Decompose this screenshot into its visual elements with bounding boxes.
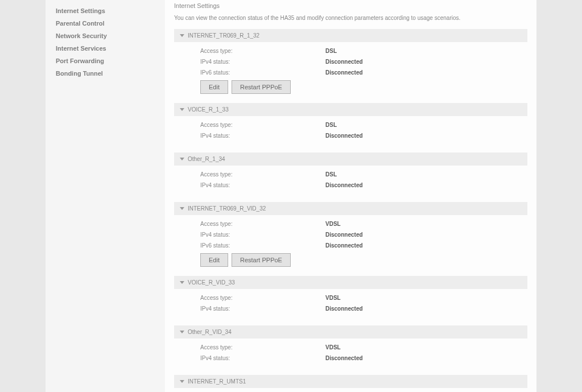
label-ipv4-status: IPv4 status: bbox=[200, 355, 325, 361]
connection-section: VOICE_R_1_33Access type:DSLIPv4 status:D… bbox=[174, 103, 527, 147]
chevron-down-icon bbox=[180, 34, 184, 37]
section-title: INTERNET_TR069_R_VID_32 bbox=[188, 205, 266, 212]
label-ipv4-status: IPv4 status: bbox=[200, 133, 325, 139]
main-content: Internet Settings You can view the conne… bbox=[165, 0, 536, 392]
section-title: INTERNET_TR069_R_1_32 bbox=[188, 32, 259, 39]
value-ipv6-status: Disconnected bbox=[325, 242, 363, 249]
row-ipv4-status: IPv4 status:Disconnected bbox=[200, 182, 522, 188]
value-ipv4-status: Disconnected bbox=[325, 182, 363, 188]
chevron-down-icon bbox=[180, 331, 184, 333]
sidebar-item-internet-settings[interactable]: Internet Settings bbox=[46, 5, 165, 17]
connection-section: INTERNET_TR069_R_VID_32Access type:VDSLI… bbox=[174, 202, 527, 270]
row-ipv4-status: IPv4 status:Disconnected bbox=[200, 59, 522, 65]
section-header[interactable]: VOICE_R_VID_33 bbox=[174, 276, 527, 289]
value-ipv4-status: Disconnected bbox=[325, 59, 363, 65]
chevron-down-icon bbox=[180, 207, 184, 210]
section-header[interactable]: Other_R_VID_34 bbox=[174, 325, 527, 339]
page-description: You can view the connection status of th… bbox=[174, 15, 527, 21]
sidebar-item-parental-control[interactable]: Parental Control bbox=[46, 17, 165, 30]
edit-button[interactable]: Edit bbox=[200, 80, 228, 94]
row-access-type: Access type:VDSL bbox=[200, 344, 522, 350]
row-access-type: Access type:DSL bbox=[200, 122, 522, 128]
label-ipv4-status: IPv4 status: bbox=[200, 59, 325, 65]
label-access-type: Access type: bbox=[200, 48, 325, 54]
label-access-type: Access type: bbox=[200, 344, 325, 350]
section-title: Other_R_VID_34 bbox=[188, 329, 232, 335]
label-ipv4-status: IPv4 status: bbox=[200, 232, 325, 238]
sidebar-item-port-forwarding[interactable]: Port Forwarding bbox=[46, 55, 165, 67]
chevron-down-icon bbox=[180, 281, 184, 284]
connection-section: INTERNET_TR069_R_1_32Access type:DSLIPv4… bbox=[174, 29, 527, 97]
section-title: VOICE_R_1_33 bbox=[188, 106, 229, 113]
label-access-type: Access type: bbox=[200, 122, 325, 128]
button-row: EditRestart PPPoE bbox=[200, 80, 522, 94]
sidebar-item-network-security[interactable]: Network Security bbox=[46, 30, 165, 42]
value-access-type: DSL bbox=[325, 122, 337, 128]
label-ipv6-status: IPv6 status: bbox=[200, 242, 325, 249]
connection-section: VOICE_R_VID_33Access type:VDSLIPv4 statu… bbox=[174, 276, 527, 320]
row-ipv4-status: IPv4 status:Disconnected bbox=[200, 306, 522, 312]
value-ipv6-status: Disconnected bbox=[325, 69, 363, 76]
row-access-type: Access type:VDSL bbox=[200, 221, 522, 227]
section-body: Access type:VDSLIPv4 status:Disconnected bbox=[174, 339, 527, 369]
value-access-type: DSL bbox=[325, 48, 337, 54]
row-access-type: Access type:DSL bbox=[200, 48, 522, 54]
row-ipv6-status: IPv6 status:Disconnected bbox=[200, 69, 522, 76]
connection-section: INTERNET_R_UMTS1 bbox=[174, 375, 527, 388]
section-body: Access type:VDSLIPv4 status:Disconnected… bbox=[174, 215, 527, 270]
section-body: Access type:DSLIPv4 status:Disconnected bbox=[174, 116, 527, 147]
edit-button[interactable]: Edit bbox=[200, 253, 228, 267]
label-ipv4-status: IPv4 status: bbox=[200, 182, 325, 188]
section-body: Access type:DSLIPv4 status:Disconnected bbox=[174, 166, 527, 196]
section-header[interactable]: INTERNET_TR069_R_VID_32 bbox=[174, 202, 527, 215]
label-access-type: Access type: bbox=[200, 171, 325, 178]
section-header[interactable]: Other_R_1_34 bbox=[174, 152, 527, 166]
sidebar: Internet Settings Parental Control Netwo… bbox=[46, 0, 165, 392]
value-ipv4-status: Disconnected bbox=[325, 232, 363, 238]
row-access-type: Access type:VDSL bbox=[200, 295, 522, 301]
restart-pppoe-button[interactable]: Restart PPPoE bbox=[232, 80, 291, 94]
page-title: Internet Settings bbox=[174, 2, 527, 9]
label-ipv6-status: IPv6 status: bbox=[200, 69, 325, 76]
connection-section: Other_R_1_34Access type:DSLIPv4 status:D… bbox=[174, 152, 527, 196]
label-ipv4-status: IPv4 status: bbox=[200, 306, 325, 312]
chevron-down-icon bbox=[180, 108, 184, 111]
value-ipv4-status: Disconnected bbox=[325, 355, 363, 361]
label-access-type: Access type: bbox=[200, 295, 325, 301]
row-ipv4-status: IPv4 status:Disconnected bbox=[200, 133, 522, 139]
section-body: Access type:VDSLIPv4 status:Disconnected bbox=[174, 289, 527, 320]
section-body: Access type:DSLIPv4 status:DisconnectedI… bbox=[174, 42, 527, 97]
sidebar-item-bonding-tunnel[interactable]: Bonding Tunnel bbox=[46, 67, 165, 80]
chevron-down-icon bbox=[180, 158, 184, 160]
row-access-type: Access type:DSL bbox=[200, 171, 522, 178]
value-access-type: VDSL bbox=[325, 344, 341, 350]
value-access-type: VDSL bbox=[325, 295, 341, 301]
value-access-type: VDSL bbox=[325, 221, 341, 227]
restart-pppoe-button[interactable]: Restart PPPoE bbox=[232, 253, 291, 267]
value-ipv4-status: Disconnected bbox=[325, 133, 363, 139]
sidebar-item-internet-services[interactable]: Internet Services bbox=[46, 42, 165, 55]
section-header[interactable]: VOICE_R_1_33 bbox=[174, 103, 527, 116]
section-title: Other_R_1_34 bbox=[188, 156, 225, 162]
section-title: INTERNET_R_UMTS1 bbox=[188, 378, 246, 385]
value-access-type: DSL bbox=[325, 171, 337, 178]
value-ipv4-status: Disconnected bbox=[325, 306, 363, 312]
section-title: VOICE_R_VID_33 bbox=[188, 279, 235, 286]
row-ipv4-status: IPv4 status:Disconnected bbox=[200, 355, 522, 361]
section-header[interactable]: INTERNET_TR069_R_1_32 bbox=[174, 29, 527, 42]
label-access-type: Access type: bbox=[200, 221, 325, 227]
button-row: EditRestart PPPoE bbox=[200, 253, 522, 267]
connection-section: Other_R_VID_34Access type:VDSLIPv4 statu… bbox=[174, 325, 527, 369]
row-ipv4-status: IPv4 status:Disconnected bbox=[200, 232, 522, 238]
section-header[interactable]: INTERNET_R_UMTS1 bbox=[174, 375, 527, 388]
chevron-down-icon bbox=[180, 380, 184, 383]
row-ipv6-status: IPv6 status:Disconnected bbox=[200, 242, 522, 249]
